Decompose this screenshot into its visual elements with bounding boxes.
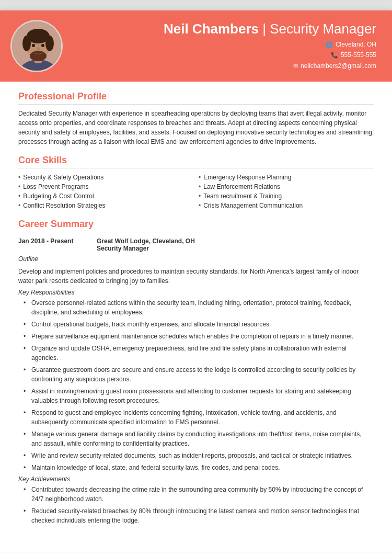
candidate-name: Neil Chambers xyxy=(164,21,259,37)
list-item: Respond to guest and employee incidents … xyxy=(24,408,374,427)
candidate-name-title: Neil Chambers | Security Manager xyxy=(73,21,376,37)
skill-item: •Security & Safety Operations xyxy=(18,173,193,182)
avatar xyxy=(10,20,63,72)
skill-item: •Loss Prevent Programs xyxy=(18,182,193,191)
globe-icon: 🌐 xyxy=(326,40,333,50)
list-item: Control operational budgets, track month… xyxy=(24,320,374,329)
svg-point-8 xyxy=(32,44,35,47)
responsibilities-list: Oversee personnel-related actions within… xyxy=(24,298,374,472)
profile-text: Dedicated Security Manager with experien… xyxy=(18,109,374,146)
contact-info: 🌐 Cleveland, OH 📞 555-555-555 ✉ neilcham… xyxy=(73,39,376,71)
header-section: Neil Chambers | Security Manager 🌐 Cleve… xyxy=(0,10,392,82)
skill-item: •Law Enforcement Relations xyxy=(199,182,374,191)
outline-text: Develop and implement policies and proce… xyxy=(18,267,374,286)
list-item: Prepare surveillance equipment maintenan… xyxy=(24,332,374,341)
list-item: Assist in moving/removing guest room pos… xyxy=(24,387,374,405)
list-item: Contributed towards decreasing the crime… xyxy=(24,485,374,504)
location-line: 🌐 Cleveland, OH xyxy=(73,39,376,50)
job-header: Jan 2018 - Present Great Wolf Lodge, Cle… xyxy=(18,237,374,252)
resume-page: Neil Chambers | Security Manager 🌐 Cleve… xyxy=(0,10,392,555)
skills-section: Core Skills •Security & Safety Operation… xyxy=(18,155,374,210)
skills-title: Core Skills xyxy=(18,155,374,168)
svg-point-5 xyxy=(22,36,31,51)
page-number: Page 1 xyxy=(0,552,392,555)
phone-text: 555-555-555 xyxy=(341,50,376,60)
skills-right: •Emergency Response Planning •Law Enforc… xyxy=(199,173,374,210)
svg-point-6 xyxy=(45,36,54,51)
email-icon: ✉ xyxy=(293,61,298,71)
career-title: Career Summary xyxy=(18,219,374,232)
svg-point-10 xyxy=(37,47,40,51)
responsibilities-label: Key Responsibilities xyxy=(18,289,374,296)
achievements-label: Key Achievements xyxy=(18,475,374,483)
phone-icon: 📞 xyxy=(331,50,338,60)
career-section: Career Summary Jan 2018 - Present Great … xyxy=(18,219,374,525)
outline-label: Outline xyxy=(18,255,374,263)
skills-grid: •Security & Safety Operations •Loss Prev… xyxy=(18,173,374,210)
skill-item: •Team recruitment & Training xyxy=(199,191,374,201)
achievements-list: Contributed towards decreasing the crime… xyxy=(24,485,374,525)
svg-point-9 xyxy=(41,44,44,47)
list-item: Guarantee guestroom doors are secure and… xyxy=(24,365,374,384)
list-item: Manage various general damage and liabil… xyxy=(24,429,374,448)
job-dates: Jan 2018 - Present xyxy=(18,237,86,252)
list-item: Write and review security-related docume… xyxy=(24,451,374,460)
skill-item: •Crisis Management Communication xyxy=(199,201,374,210)
skills-left: •Security & Safety Operations •Loss Prev… xyxy=(18,173,193,210)
phone-line: 📞 555-555-555 xyxy=(73,50,376,60)
main-content: Professional Profile Dedicated Security … xyxy=(0,82,392,547)
list-item: Reduced security-related breaches by 80%… xyxy=(24,506,374,525)
skill-item: •Emergency Response Planning xyxy=(199,173,374,182)
job-role: Security Manager xyxy=(97,245,195,252)
email-text: neilchambers2@gmail.com xyxy=(301,61,376,71)
candidate-title: Security Manager xyxy=(270,21,376,37)
job-company: Great Wolf Lodge, Cleveland, OH xyxy=(97,237,195,245)
list-item: Organize and update OSHA, emergency prep… xyxy=(24,344,374,363)
job-company-block: Great Wolf Lodge, Cleveland, OH Security… xyxy=(97,237,195,252)
list-item: Oversee personnel-related actions within… xyxy=(24,298,374,317)
header-info: Neil Chambers | Security Manager 🌐 Cleve… xyxy=(73,21,376,71)
skill-item: •Budgeting & Cost Control xyxy=(18,191,193,201)
list-item: Maintain knowledge of local, state, and … xyxy=(24,463,374,472)
profile-title: Professional Profile xyxy=(18,91,374,105)
svg-point-7 xyxy=(30,51,47,61)
profile-section: Professional Profile Dedicated Security … xyxy=(18,91,374,146)
skill-item: •Conflict Resolution Strategies xyxy=(18,201,193,210)
email-line: ✉ neilchambers2@gmail.com xyxy=(73,61,376,71)
location-text: Cleveland, OH xyxy=(336,39,376,50)
